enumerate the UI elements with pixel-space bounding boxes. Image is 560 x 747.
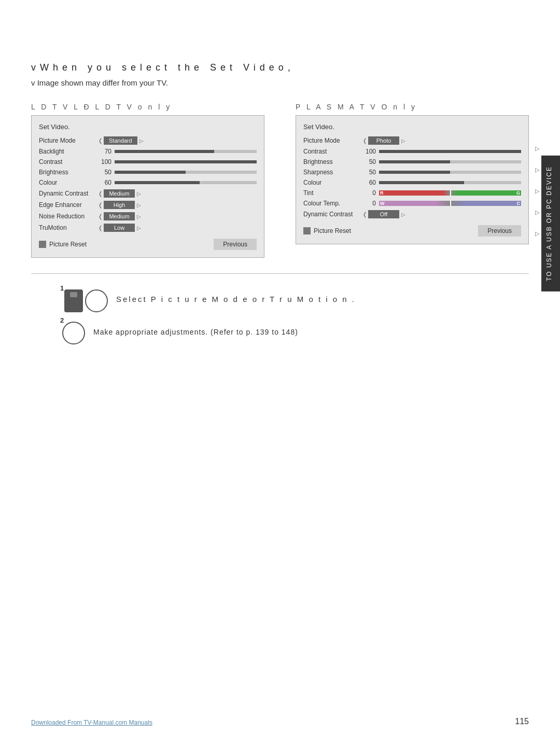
left-noisereduction-selector[interactable]: ❬ Medium ▷	[98, 212, 257, 220]
side-markers: ▷ ▷ ▷ ▷ ▷	[535, 145, 539, 237]
colourtemp-marker	[450, 201, 451, 206]
left-bottom-row: Picture Reset Previous	[32, 236, 264, 252]
left-edgeenhancer-value: High	[104, 201, 135, 209]
right-contrast-value: 100	[360, 148, 376, 155]
left-arrow: ▷	[139, 138, 144, 144]
right-panel-label: P L A S M A T V O n l y	[296, 103, 529, 111]
right-sharpness-value: 50	[360, 169, 376, 176]
page-content: vWhen you select the Set Video, v Image …	[0, 0, 560, 370]
left-panel: L D T V L Đ L D T V o n l y Set Video. P…	[31, 103, 264, 258]
left-contrast-row: Contrast 100	[32, 157, 264, 167]
right-colour-bar	[379, 181, 521, 184]
left-dyncontrast-selector[interactable]: ❬ Medium ▷	[98, 189, 257, 198]
tint-r-label: R	[380, 190, 384, 196]
right-contrast-fill	[379, 150, 521, 153]
left-backlight-value: 70	[96, 148, 111, 155]
remote-icon	[64, 289, 83, 312]
page-number: 115	[515, 717, 529, 726]
section-divider	[31, 273, 529, 274]
left-noisereduction-value: Medium	[104, 212, 135, 220]
right-brightness-bar	[379, 160, 521, 163]
left-noisereduction-bracket: ❬	[98, 213, 103, 220]
right-colourtemp-track: W C	[379, 201, 521, 206]
left-trumotion-value: Low	[104, 224, 135, 232]
step1-circle	[85, 289, 108, 312]
tint-g-label: G	[516, 190, 520, 196]
right-previous-button[interactable]: Previous	[478, 225, 521, 237]
right-picture-mode-row: Picture Mode ❬ Photo ▷	[296, 135, 528, 146]
left-trumotion-label: TruMotion	[39, 224, 96, 231]
left-picture-reset-label: Picture Reset	[49, 241, 214, 248]
right-tint-label: Tint	[303, 189, 360, 197]
left-brightness-track	[115, 171, 257, 174]
footer-link[interactable]: Downloaded From TV-Manual.com Manuals	[31, 719, 152, 726]
right-tint-bar: R G	[379, 190, 521, 196]
right-contrast-row: Contrast 100	[296, 146, 528, 157]
left-colour-label: Colour	[39, 179, 96, 186]
left-dyncontrast-value: Medium	[104, 189, 135, 198]
left-backlight-label: Backlight	[39, 148, 96, 155]
left-picture-mode-value: Standard	[104, 136, 137, 145]
right-menu-box: Set Video. Picture Mode ❬ Photo ▷ Contra…	[296, 115, 529, 244]
step1-text: Select P i c t u r e M o d e o r T r u M…	[116, 289, 356, 303]
side-marker-4: ▷	[535, 209, 539, 216]
left-noisereduction-row: Noise Reduction ❬ Medium ▷	[32, 211, 264, 222]
right-reset-icon	[303, 227, 311, 234]
left-noisereduction-arrow: ▷	[137, 214, 141, 219]
right-sharpness-track	[379, 171, 521, 174]
right-arrow: ▷	[401, 138, 405, 144]
right-dyncontrast-selector[interactable]: ❬ Off ▷	[362, 210, 521, 218]
left-dyncontrast-bracket: ❬	[98, 190, 103, 197]
right-dyncontrast-arrow: ▷	[401, 212, 405, 217]
right-bracket: ❬	[362, 137, 367, 144]
left-brightness-row: Brightness 50	[32, 167, 264, 177]
right-sharpness-fill	[379, 171, 450, 174]
step2-text: Make appropriate adjustments. (Refer to …	[93, 322, 298, 336]
left-colour-fill	[115, 181, 200, 184]
right-picture-reset-label: Picture Reset	[314, 227, 478, 234]
header-line1: vWhen you select the Set Video,	[31, 62, 529, 73]
right-brightness-fill	[379, 160, 450, 163]
left-edgeenhancer-label: Edge Enhancer	[39, 201, 96, 209]
left-backlight-fill	[115, 150, 214, 153]
right-colourtemp-value: 0	[360, 200, 376, 207]
right-picture-mode-label: Picture Mode	[303, 137, 360, 144]
right-brightness-track	[379, 160, 521, 163]
side-marker-3: ▷	[535, 188, 539, 195]
left-picture-mode-label: Picture Mode	[39, 137, 96, 144]
left-colour-row: Colour 60	[32, 177, 264, 188]
right-sharpness-label: Sharpness	[303, 169, 360, 176]
left-brightness-bar	[115, 171, 257, 174]
left-contrast-label: Contrast	[39, 158, 96, 165]
right-picture-mode-selector[interactable]: ❬ Photo ▷	[362, 136, 521, 145]
left-dyncontrast-label: Dynamic Contrast	[39, 190, 96, 197]
left-previous-button[interactable]: Previous	[214, 239, 257, 250]
right-dyncontrast-value: Off	[368, 210, 399, 218]
left-trumotion-selector[interactable]: ❬ Low ▷	[98, 224, 257, 232]
colourtemp-w-label: W	[380, 201, 385, 206]
right-sharpness-bar	[379, 171, 521, 174]
panels-container: L D T V L Đ L D T V o n l y Set Video. P…	[31, 103, 529, 258]
left-brightness-fill	[115, 171, 186, 174]
step2-number: 2	[60, 316, 64, 324]
right-dyncontrast-row: Dynamic Contrast ❬ Off ▷	[296, 209, 528, 220]
left-picture-mode-selector[interactable]: ❬ Standard ▷	[98, 136, 257, 145]
colourtemp-c-label: C	[517, 201, 521, 206]
left-backlight-row: Backlight 70	[32, 146, 264, 157]
right-picture-mode-value: Photo	[368, 136, 399, 145]
step2-icon-container: 2	[62, 322, 85, 344]
right-brightness-value: 50	[360, 158, 376, 165]
left-dyncontrast-arrow: ▷	[137, 191, 141, 197]
right-colourtemp-bar: W C	[379, 201, 521, 206]
left-backlight-track	[115, 150, 257, 153]
left-reset-icon	[39, 241, 46, 248]
left-brightness-value: 50	[96, 169, 111, 176]
left-edgeenhancer-selector[interactable]: ❬ High ▷	[98, 201, 257, 209]
header-line2: v Image shown may differ from your TV.	[31, 78, 529, 87]
right-colour-value: 60	[360, 179, 376, 186]
right-colourtemp-label: Colour Temp.	[303, 200, 360, 207]
left-contrast-bar	[115, 160, 257, 163]
side-marker-2: ▷	[535, 167, 539, 173]
right-colourtemp-row: Colour Temp. 0 W C	[296, 198, 528, 209]
right-contrast-track	[379, 150, 521, 153]
